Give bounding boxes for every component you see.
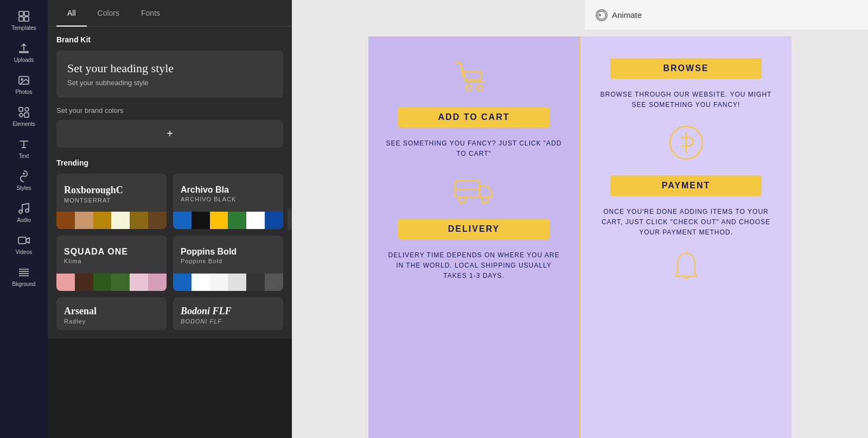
svg-rect-0 xyxy=(19,11,23,16)
svg-point-7 xyxy=(25,107,29,111)
font-sub-0: MONTSERRAT xyxy=(64,197,159,204)
sidebar-item-styles[interactable]: Styles xyxy=(0,164,48,196)
style-card-2[interactable]: SQUADA ONE Klima xyxy=(56,236,167,291)
font-main-4: Arsenal xyxy=(64,306,159,317)
truck-icon xyxy=(452,170,496,208)
swatches-2 xyxy=(56,274,167,291)
svg-rect-8 xyxy=(24,113,29,117)
add-to-cart-badge: ADD TO CART xyxy=(398,107,550,128)
animate-icon xyxy=(596,9,608,21)
panel-tabs: All Colors Fonts xyxy=(48,0,292,27)
tab-fonts[interactable]: Fonts xyxy=(130,0,171,26)
svg-point-15 xyxy=(466,85,471,91)
style-card-0[interactable]: RoxboroughC MONTSERRAT xyxy=(56,174,167,229)
browse-desc: BROWSE THROUGH OUR WEBSITE. YOU MIGHT SE… xyxy=(597,90,775,110)
top-bar: Animate xyxy=(585,0,868,30)
brand-kit-title: Brand Kit xyxy=(56,35,283,44)
add-to-cart-desc: SEE SOMETHING YOU FANCY? JUST CLICK "ADD… xyxy=(385,138,563,159)
colors-label: Set your brand colors xyxy=(56,106,283,115)
canvas-area: Animate ADD TO CART SEE SOMETHING YOU FA… xyxy=(292,0,868,438)
svg-point-5 xyxy=(21,79,23,80)
sidebar-item-templates[interactable]: Templates xyxy=(0,4,48,36)
browse-badge: BROWSE xyxy=(610,58,762,79)
svg-rect-3 xyxy=(24,17,29,21)
payment-badge: PAYMENT xyxy=(610,175,762,196)
tab-all[interactable]: All xyxy=(56,0,87,26)
svg-rect-12 xyxy=(18,237,26,244)
svg-rect-2 xyxy=(19,17,23,21)
font-sub-5: BODONI FLF xyxy=(181,318,276,325)
style-card-4[interactable]: Arsenal Radley xyxy=(56,297,167,330)
svg-rect-6 xyxy=(19,107,23,111)
font-sub-1: ARCHIVO BLACK xyxy=(181,196,276,202)
svg-point-10 xyxy=(19,210,22,213)
plus-icon: + xyxy=(167,128,173,140)
sidebar-item-videos[interactable]: Videos xyxy=(0,228,48,261)
animate-button[interactable]: Animate xyxy=(596,9,642,21)
font-main-1: Archivo Bla xyxy=(181,185,276,195)
sidebar-item-text[interactable]: Text xyxy=(0,132,48,164)
sidebar: Templates Uploads Photos Elements Text xyxy=(0,0,48,438)
canvas-content: ADD TO CART SEE SOMETHING YOU FANCY? JUS… xyxy=(292,30,868,438)
subheading-placeholder: Set your subheading style xyxy=(67,79,272,87)
swatches-3 xyxy=(173,274,283,291)
animate-label: Animate xyxy=(612,10,642,20)
font-sub-4: Radley xyxy=(64,318,159,325)
payment-desc: ONCE YOU'RE DONE ADDING ITEMS TO YOUR CA… xyxy=(597,207,775,238)
delivery-desc: DELIVERY TIME DEPENDS ON WHERE YOU ARE I… xyxy=(385,250,563,282)
svg-point-14 xyxy=(598,14,601,16)
add-color-button[interactable]: + xyxy=(56,120,283,148)
cart-icon xyxy=(452,58,496,96)
sidebar-item-background[interactable]: Bkground xyxy=(0,261,48,293)
swatches-1 xyxy=(173,212,283,229)
svg-point-16 xyxy=(477,85,482,91)
font-main-0: RoxboroughC xyxy=(64,185,159,196)
tab-colors[interactable]: Colors xyxy=(87,0,130,26)
design-canvas: ADD TO CART SEE SOMETHING YOU FANCY? JUS… xyxy=(368,36,792,438)
style-card-1[interactable]: Archivo Bla ARCHIVO BLACK xyxy=(173,174,283,229)
svg-point-9 xyxy=(23,173,24,174)
svg-rect-1 xyxy=(24,11,29,16)
sidebar-item-audio[interactable]: Audio xyxy=(0,196,48,228)
heading-placeholder: Set your heading style xyxy=(67,61,272,75)
brand-kit-box: Set your heading style Set your subheadi… xyxy=(56,50,283,98)
font-main-3: Poppins Bold xyxy=(181,247,276,257)
font-main-2: SQUADA ONE xyxy=(64,247,159,257)
style-card-3[interactable]: Poppins Bold Poppins Bold xyxy=(173,236,283,291)
canvas-right-panel: BROWSE BROWSE THROUGH OUR WEBSITE. YOU M… xyxy=(580,36,792,438)
sidebar-item-photos[interactable]: Photos xyxy=(0,68,48,100)
trending-title: Trending xyxy=(56,158,283,167)
trending-grid: RoxboroughC MONTSERRAT Arc xyxy=(56,174,283,330)
delivery-badge: DELIVERY xyxy=(398,219,550,239)
canvas-left-panel: ADD TO CART SEE SOMETHING YOU FANCY? JUS… xyxy=(368,36,579,438)
sidebar-item-elements[interactable]: Elements xyxy=(0,100,48,132)
svg-point-11 xyxy=(25,209,29,212)
font-sub-3: Poppins Bold xyxy=(181,258,276,264)
swatches-0 xyxy=(56,212,167,229)
bell-icon xyxy=(670,249,703,287)
font-sub-2: Klima xyxy=(64,258,159,264)
font-main-5: Bodoni FLF xyxy=(181,306,276,317)
sidebar-item-uploads[interactable]: Uploads xyxy=(0,36,48,68)
money-icon xyxy=(665,121,708,164)
style-card-5[interactable]: Bodoni FLF BODONI FLF xyxy=(173,297,283,330)
styles-panel: All Colors Fonts Brand Kit Set your head… xyxy=(48,0,292,438)
